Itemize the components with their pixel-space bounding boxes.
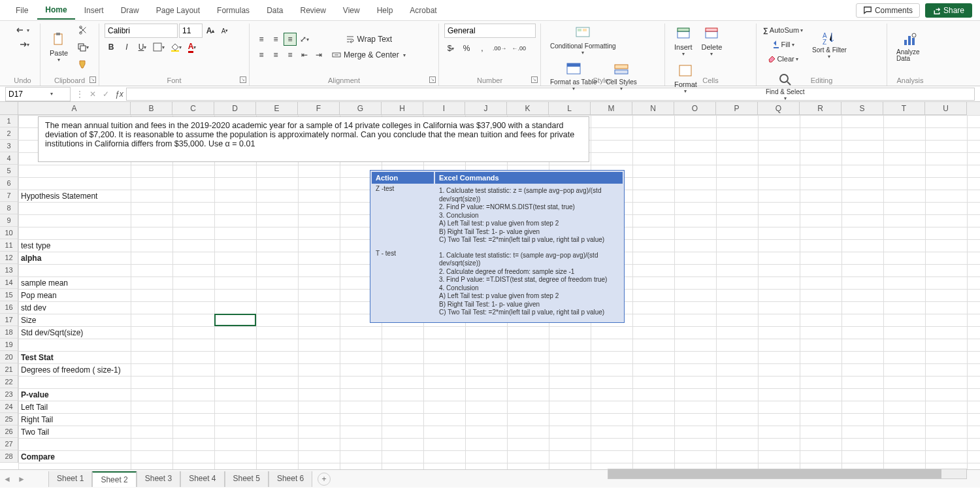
number-format-select[interactable] [444,24,536,38]
percent-button[interactable]: % [460,42,473,55]
row-header-27[interactable]: 27 [0,438,18,450]
row-header-19[interactable]: 19 [0,339,18,351]
tab-file[interactable]: File [8,2,36,19]
col-header-C[interactable]: C [172,102,214,115]
sheet-tab-sheet-6[interactable]: Sheet 6 [269,471,312,487]
col-header-K[interactable]: K [507,102,549,115]
name-box[interactable]: ▾ [5,87,71,101]
enter-button[interactable]: ✓ [100,88,112,100]
col-header-D[interactable]: D [214,102,256,115]
comma-button[interactable]: , [476,42,489,55]
wrap-text-button[interactable]: Wrap Text [331,33,407,46]
tab-formulas[interactable]: Formulas [209,2,257,19]
font-color-button[interactable]: A▾ [186,41,199,54]
align-top-button[interactable]: ≡ [255,33,268,46]
row-header-18[interactable]: 18 [0,326,18,339]
conditional-formatting-button[interactable]: Conditional Formatting▾ [546,24,620,58]
sort-filter-button[interactable]: AZSort & Filter▾ [808,27,851,62]
cell-A14[interactable]: sample mean [18,276,71,289]
underline-button[interactable]: U▾ [136,41,149,54]
cell-A18[interactable]: Std dev/Sqrt(size) [18,326,86,339]
row-header-7[interactable]: 7 [0,190,18,202]
find-select-button[interactable]: Find & Select▾ [762,69,808,104]
row-header-15[interactable]: 15 [0,289,18,301]
horizontal-scrollbar[interactable] [608,469,967,479]
paste-button[interactable]: Paste▾ [46,29,72,65]
align-middle-button[interactable]: ≡ [269,33,282,46]
row-header-28[interactable]: 28 [0,450,18,463]
tab-help[interactable]: Help [369,2,401,19]
col-header-O[interactable]: O [674,102,716,115]
cell-A23[interactable]: P-value [18,388,52,401]
delete-cells-button[interactable]: Delete▾ [698,24,727,59]
undo-button[interactable]: ▾ [15,24,31,37]
row-header-14[interactable]: 14 [0,276,18,289]
row-header-24[interactable]: 24 [0,401,18,413]
col-header-A[interactable]: A [18,102,131,115]
number-dialog-launcher[interactable]: ↘ [531,76,538,83]
problem-text-box[interactable]: The mean annual tuition and fees in the … [38,116,589,162]
sheet-tab-sheet-4[interactable]: Sheet 4 [180,471,224,487]
merge-center-button[interactable]: Merge & Center▾ [331,48,407,61]
tab-review[interactable]: Review [292,2,333,19]
col-header-F[interactable]: F [298,102,340,115]
accounting-button[interactable]: $▾ [444,42,457,55]
col-header-N[interactable]: N [632,102,674,115]
format-painter-button[interactable] [76,58,90,71]
sheet-tab-sheet-2[interactable]: Sheet 2 [92,471,136,487]
increase-indent-button[interactable]: ⇥ [312,48,325,61]
col-header-B[interactable]: B [131,102,172,115]
copy-button[interactable]: ▾ [76,41,90,54]
cell-A24[interactable]: Left Tail [18,401,50,413]
sheet-nav-prev[interactable]: ◄ [1,473,13,485]
tab-view[interactable]: View [335,2,368,19]
row-header-4[interactable]: 4 [0,152,18,165]
tab-page-layout[interactable]: Page Layout [148,2,208,19]
sheet-tab-sheet-1[interactable]: Sheet 1 [48,471,92,487]
cell-A28[interactable]: Compare [18,450,57,463]
col-header-Q[interactable]: Q [758,102,800,115]
alignment-dialog-launcher[interactable]: ↘ [429,76,436,83]
row-header-26[interactable]: 26 [0,426,18,438]
col-header-R[interactable]: R [800,102,841,115]
font-dialog-launcher[interactable]: ↘ [240,76,246,83]
align-bottom-button[interactable]: ≡ [284,33,297,46]
scroll-thumb[interactable] [608,469,941,478]
row-header-23[interactable]: 23 [0,388,18,401]
increase-font-button[interactable]: A▴ [204,24,217,37]
share-button[interactable]: Share [925,3,972,18]
cell-A17[interactable]: Size [18,314,39,326]
row-header-8[interactable]: 8 [0,202,18,214]
clear-button[interactable]: Clear▾ [762,52,804,65]
tab-home[interactable]: Home [37,1,74,20]
decrease-indent-button[interactable]: ⇤ [298,48,311,61]
cell-A26[interactable]: Two Tail [18,426,52,438]
align-left-button[interactable]: ≡ [255,48,268,61]
row-header-20[interactable]: 20 [0,351,18,363]
cell-A12[interactable]: alpha [18,252,44,264]
row-header-12[interactable]: 12 [0,252,18,264]
redo-button[interactable]: ▾ [15,38,31,51]
decrease-decimal-button[interactable]: ←.00 [511,42,528,55]
autosum-button[interactable]: ∑AutoSum▾ [762,24,804,37]
decrease-font-button[interactable]: A▾ [218,24,231,37]
sheet-tab-sheet-5[interactable]: Sheet 5 [225,471,269,487]
col-header-I[interactable]: I [423,102,465,115]
col-header-G[interactable]: G [340,102,382,115]
fx-icon[interactable]: ƒx [115,90,123,99]
row-header-16[interactable]: 16 [0,301,18,314]
row-header-25[interactable]: 25 [0,413,18,426]
align-right-button[interactable]: ≡ [284,48,297,61]
col-header-T[interactable]: T [883,102,925,115]
fill-color-button[interactable]: ▾ [169,41,183,54]
col-header-H[interactable]: H [382,102,423,115]
row-header-11[interactable]: 11 [0,239,18,252]
row-header-22[interactable]: 22 [0,376,18,388]
row-header-3[interactable]: 3 [0,140,18,152]
row-header-17[interactable]: 17 [0,314,18,326]
tab-draw[interactable]: Draw [113,2,147,19]
col-header-M[interactable]: M [591,102,632,115]
col-header-E[interactable]: E [256,102,298,115]
sheet-nav-next[interactable]: ► [16,473,27,485]
select-all-corner[interactable] [0,102,18,115]
